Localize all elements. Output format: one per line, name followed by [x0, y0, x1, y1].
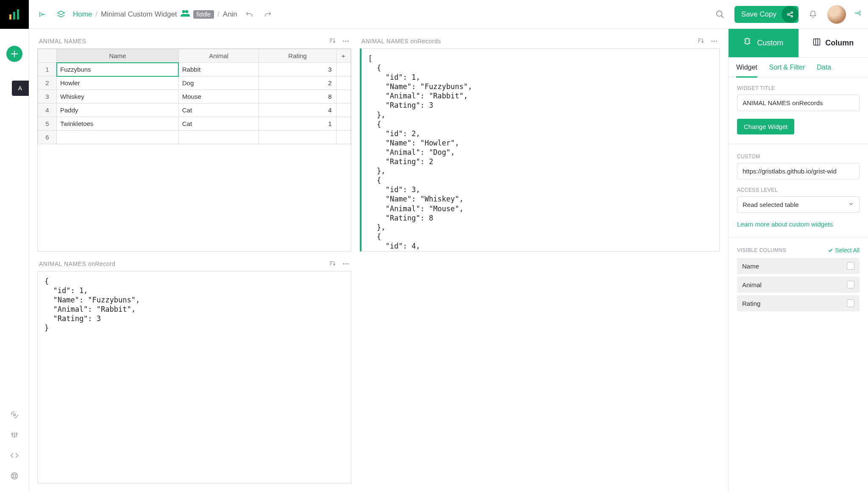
table-row[interactable]: 3WhiskeyMouse8 — [38, 90, 351, 103]
cell-rating[interactable]: 1 — [259, 117, 336, 131]
visible-column-item[interactable]: Rating — [737, 295, 860, 311]
cell-rating[interactable]: 4 — [259, 103, 336, 117]
app-logo[interactable] — [0, 0, 29, 29]
cell-rating[interactable]: 8 — [259, 90, 336, 103]
onrecord-body[interactable]: { "id": 1, "Name": "Fuzzybuns", "Animal"… — [37, 271, 351, 484]
cell-animal[interactable]: Rabbit — [178, 63, 259, 76]
table-row[interactable]: 5TwinkletoesCat1 — [38, 117, 351, 131]
notifications-icon[interactable] — [806, 8, 820, 21]
col-header-rating[interactable]: Rating — [259, 49, 336, 63]
search-icon[interactable] — [713, 8, 727, 21]
undo-icon[interactable] — [242, 8, 256, 21]
column-checkbox[interactable] — [847, 299, 854, 307]
cell-animal[interactable]: Cat — [178, 117, 259, 131]
cell-animal[interactable]: Mouse — [178, 90, 259, 103]
table-row[interactable]: 6 — [38, 131, 351, 144]
breadcrumb-doc[interactable]: Minimal Custom Widget — [101, 10, 177, 19]
onrecords-body[interactable]: [ { "id": 1, "Name": "Fuzzybuns", "Anima… — [360, 48, 720, 252]
left-sidebar: A — [0, 0, 29, 492]
cell-animal[interactable]: Dog — [178, 76, 259, 90]
cell-name[interactable] — [57, 131, 179, 144]
data-grid[interactable]: Name Animal Rating + 1FuzzybunsRabbit32H… — [38, 49, 351, 144]
panel-title: ANIMAL NAMES — [39, 38, 86, 45]
cell-rating[interactable]: 3 — [259, 63, 336, 76]
col-header-name[interactable]: Name — [57, 49, 179, 63]
cell-empty[interactable] — [336, 117, 351, 131]
cell-empty[interactable] — [336, 131, 351, 144]
column-name: Rating — [742, 300, 760, 307]
panel-onrecord: ANIMAL NAMES onRecord { "id": 1, "Name":… — [37, 260, 351, 484]
row-num[interactable]: 5 — [38, 117, 57, 131]
add-page-button[interactable] — [6, 46, 22, 62]
cell-name[interactable]: Twinkletoes — [57, 117, 179, 131]
table-row[interactable]: 1FuzzybunsRabbit3 — [38, 63, 351, 76]
custom-url-input[interactable] — [737, 163, 860, 179]
learn-more-link[interactable]: Learn more about custom widgets — [737, 221, 833, 228]
pages-icon[interactable] — [54, 8, 68, 21]
panel-menu-icon[interactable] — [342, 260, 350, 268]
user-avatar[interactable] — [827, 5, 846, 24]
column-icon — [812, 38, 821, 48]
cell-animal[interactable] — [178, 131, 259, 144]
redo-icon[interactable] — [261, 8, 275, 21]
add-column-button[interactable]: + — [336, 49, 351, 63]
tab-sort-filter[interactable]: Sort & Filter — [769, 58, 805, 77]
panel-menu-icon[interactable] — [342, 37, 350, 45]
settings-icon[interactable] — [10, 431, 19, 439]
sort-filter-icon[interactable] — [328, 37, 336, 45]
help-icon[interactable] — [10, 472, 19, 480]
breadcrumb-page[interactable]: Anin — [223, 10, 237, 19]
cell-empty[interactable] — [336, 103, 351, 117]
panel-table: ANIMAL NAMES Name Anima — [37, 37, 351, 252]
share-icon[interactable] — [782, 6, 798, 23]
widget-title-input[interactable] — [737, 95, 860, 111]
cell-name[interactable]: Howler — [57, 76, 179, 90]
column-checkbox[interactable] — [847, 262, 854, 270]
row-num[interactable]: 2 — [38, 76, 57, 90]
column-name: Animal — [742, 281, 762, 288]
svg-point-17 — [347, 41, 348, 42]
collapse-right-panel-icon[interactable] — [854, 9, 861, 19]
cell-empty[interactable] — [336, 63, 351, 76]
cell-name[interactable]: Whiskey — [57, 90, 179, 103]
expand-sidebar-icon[interactable] — [36, 8, 49, 21]
select-all-button[interactable]: Select All — [827, 247, 860, 254]
panel-menu-icon[interactable] — [710, 37, 718, 45]
svg-point-11 — [717, 11, 722, 16]
sort-filter-icon[interactable] — [328, 260, 336, 268]
sort-filter-icon[interactable] — [697, 37, 704, 45]
row-num[interactable]: 1 — [38, 63, 57, 76]
cell-rating[interactable] — [259, 131, 336, 144]
page-tab-a[interactable]: A — [12, 81, 29, 96]
row-num[interactable]: 4 — [38, 103, 57, 117]
rp-seg-custom[interactable]: Custom — [729, 29, 798, 57]
code-icon[interactable] — [10, 451, 19, 460]
cell-rating[interactable]: 2 — [259, 76, 336, 90]
tab-widget[interactable]: Widget — [736, 58, 757, 78]
column-checkbox[interactable] — [847, 281, 854, 288]
cell-empty[interactable] — [336, 90, 351, 103]
users-icon[interactable] — [181, 9, 190, 19]
cell-name[interactable]: Paddy — [57, 103, 179, 117]
rp-seg-column[interactable]: Column — [798, 29, 868, 57]
column-name: Name — [742, 263, 759, 270]
cell-empty[interactable] — [336, 76, 351, 90]
breadcrumb-home[interactable]: Home — [73, 10, 92, 19]
table-row[interactable]: 2HowlerDog2 — [38, 76, 351, 90]
cell-name[interactable]: Fuzzybuns — [57, 63, 179, 76]
tab-data[interactable]: Data — [817, 58, 831, 77]
row-num[interactable]: 6 — [38, 131, 57, 144]
cell-animal[interactable]: Cat — [178, 103, 259, 117]
visible-column-item[interactable]: Name — [737, 258, 860, 274]
access-level-select[interactable]: Read selected table — [737, 196, 860, 213]
visible-column-item[interactable]: Animal — [737, 277, 860, 293]
save-copy-button[interactable]: Save Copy — [741, 10, 782, 19]
table-row[interactable]: 4PaddyCat4 — [38, 103, 351, 117]
raw-data-icon[interactable] — [10, 411, 19, 419]
change-widget-button[interactable]: Change Widget — [737, 119, 794, 134]
row-num-header[interactable] — [38, 49, 57, 63]
row-num[interactable]: 3 — [38, 90, 57, 103]
col-header-animal[interactable]: Animal — [178, 49, 259, 63]
svg-point-21 — [343, 263, 344, 264]
svg-rect-2 — [17, 9, 19, 20]
